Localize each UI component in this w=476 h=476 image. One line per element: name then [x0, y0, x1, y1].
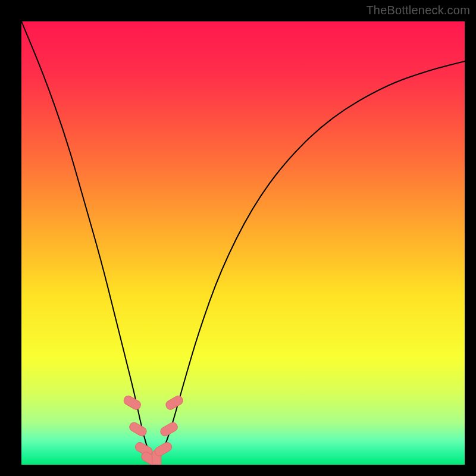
attribution-text: TheBottleneck.com	[366, 4, 470, 17]
plot-area	[21, 21, 465, 465]
plot-svg	[21, 21, 465, 465]
chart-frame: TheBottleneck.com	[0, 0, 476, 476]
gradient-background	[21, 21, 465, 465]
